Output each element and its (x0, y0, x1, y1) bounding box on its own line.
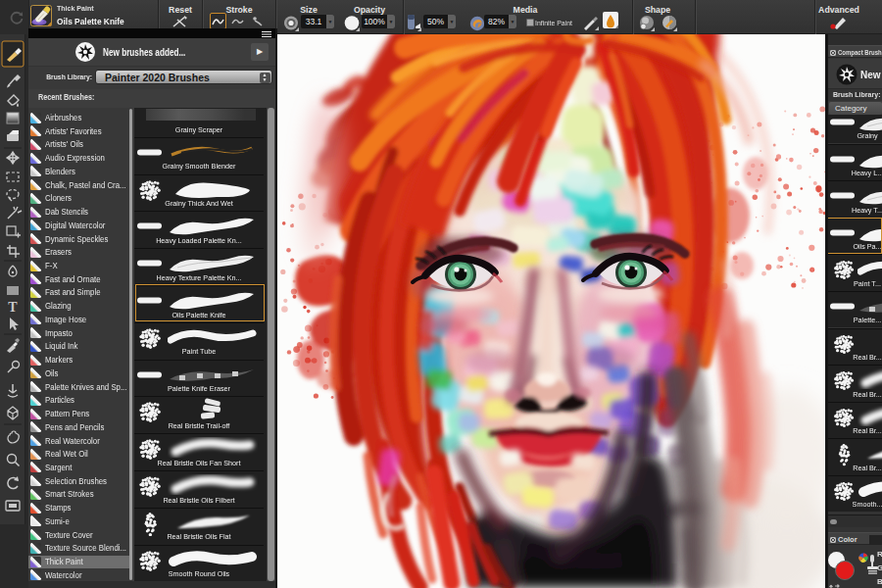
svg-text:T: T (8, 300, 18, 315)
